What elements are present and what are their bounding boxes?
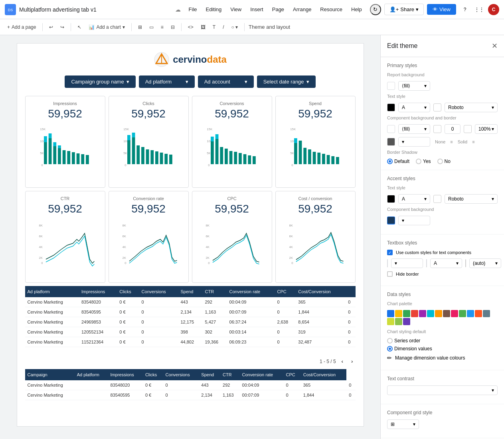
palette-color-swatch[interactable]: [411, 310, 418, 317]
grid-button[interactable]: ⊞: [136, 23, 144, 32]
accent-font-select[interactable]: Roboto▾: [445, 194, 498, 204]
palette-color-swatch[interactable]: [403, 310, 410, 317]
palette-color-swatch[interactable]: [419, 310, 426, 317]
radio-no[interactable]: No: [437, 159, 451, 164]
accent-text-bg[interactable]: [433, 195, 441, 203]
textbox-text-select[interactable]: A▾: [430, 258, 462, 268]
hide-border-checkbox[interactable]: [387, 271, 393, 277]
border-style-select[interactable]: ▾: [398, 137, 430, 147]
radio-default[interactable]: Default: [387, 159, 409, 164]
table-cell: 19,366: [203, 337, 227, 347]
line-button[interactable]: /: [220, 23, 226, 32]
palette-color-swatch[interactable]: [475, 310, 482, 317]
palette-color-swatch[interactable]: [395, 310, 402, 317]
select-tool-button[interactable]: ↖: [75, 23, 84, 32]
palette-color-swatch[interactable]: [395, 318, 402, 325]
table-cell: 24969853: [79, 317, 117, 327]
report-bg-style-select[interactable]: ⟨fill⟩▾: [398, 81, 430, 91]
filter-ad-account[interactable]: Ad account ▾: [198, 75, 254, 88]
help-button[interactable]: ?: [459, 4, 470, 15]
custom-styles-checkbox[interactable]: ✓: [387, 250, 393, 255]
textbox-text-color[interactable]: [426, 259, 427, 267]
distribute-button[interactable]: ⊟: [168, 23, 177, 32]
manage-colors-label[interactable]: Manage dimension value colours: [395, 355, 465, 361]
border-style-color[interactable]: [387, 138, 395, 146]
text-color-select[interactable]: A▾: [398, 103, 430, 112]
view-button[interactable]: 👁 View: [427, 4, 456, 15]
menu-view[interactable]: View: [229, 6, 243, 13]
palette-color-swatch[interactable]: [427, 310, 434, 317]
palette-color-swatch[interactable]: [443, 310, 450, 317]
apps-button[interactable]: ⋮⋮: [474, 4, 485, 15]
menu-page[interactable]: Page: [271, 6, 286, 13]
border-color[interactable]: [433, 125, 441, 133]
textbox-auto-select[interactable]: (auto)▾: [469, 258, 501, 268]
palette-color-swatch[interactable]: [387, 318, 394, 325]
add-page-button[interactable]: + Add a page: [5, 23, 38, 32]
filter-date-range[interactable]: Select date range ▾: [257, 75, 316, 88]
font-select[interactable]: Roboto▾: [445, 103, 498, 112]
svg-text:2K: 2K: [206, 256, 210, 260]
radio-series-order[interactable]: Series order: [387, 338, 498, 344]
accent-text-style-select[interactable]: A▾: [398, 194, 430, 204]
filter-ad-platform[interactable]: Ad platform ▾: [139, 75, 195, 88]
th2-ctr: CTR: [220, 369, 239, 380]
opacity-color[interactable]: [464, 125, 472, 133]
menu-resource[interactable]: Resource: [318, 6, 344, 13]
border-width-input[interactable]: [445, 124, 461, 134]
code-button[interactable]: <>: [186, 23, 196, 32]
undo-button[interactable]: ↩: [47, 23, 55, 32]
align-button[interactable]: ≡: [158, 23, 166, 32]
accent-bg-select[interactable]: ▾: [398, 216, 430, 225]
redo-button[interactable]: ↪: [58, 23, 67, 32]
report-header: cervinodata: [25, 52, 356, 68]
layout-button[interactable]: ▭: [147, 23, 156, 32]
menu-file[interactable]: File: [187, 6, 199, 13]
table-cell: 319: [296, 327, 346, 337]
palette-color-swatch[interactable]: [467, 310, 474, 317]
svg-rect-48: [225, 149, 228, 164]
accent-text-color[interactable]: [387, 195, 395, 203]
radio-yes[interactable]: Yes: [416, 159, 431, 164]
share-button[interactable]: 👤+ Share ▾: [384, 4, 424, 15]
menu-insert[interactable]: Insert: [249, 6, 265, 13]
palette-color-swatch[interactable]: [451, 310, 458, 317]
report-bg-color[interactable]: [387, 82, 395, 90]
palette-color-swatch[interactable]: [483, 310, 490, 317]
pagination-prev[interactable]: ‹: [339, 357, 346, 366]
filter-campaign-group[interactable]: Campaign group name ▾: [65, 75, 135, 88]
add-chart-button[interactable]: 📊 Add a chart ▾: [86, 23, 127, 32]
textbox-fill-select[interactable]: ▾: [391, 258, 423, 268]
svg-text:8K: 8K: [122, 224, 126, 227]
palette-color-swatch[interactable]: [435, 310, 442, 317]
shapes-button[interactable]: ○ ▾: [229, 23, 241, 32]
grid-style-select[interactable]: ⊞▾: [387, 419, 419, 429]
menu-arrange[interactable]: Arrange: [291, 6, 313, 13]
accent-styles-section: Accent styles Text style A▾ Roboto▾ Comp…: [381, 170, 504, 234]
image-button[interactable]: 🖼: [198, 23, 208, 32]
text-button[interactable]: T: [210, 23, 218, 32]
text-color-swatch[interactable]: [387, 103, 395, 111]
opacity-select[interactable]: 100%▾: [475, 124, 498, 134]
radio-dimension-values[interactable]: Dimension values: [387, 346, 498, 352]
pagination-next[interactable]: ›: [349, 357, 355, 366]
palette-color-swatch[interactable]: [403, 318, 410, 325]
comp-bg-fill-select[interactable]: ⟨fill⟩▾: [398, 124, 430, 134]
toolbar-divider-1: [42, 23, 43, 31]
textbox-fill-color[interactable]: [387, 259, 388, 267]
table-cell: 00:07:09: [240, 390, 284, 400]
palette-color-swatch[interactable]: [387, 310, 394, 317]
accent-bg-color[interactable]: [387, 217, 395, 224]
menu-editing[interactable]: Editing: [204, 6, 223, 13]
palette-color-swatch[interactable]: [459, 310, 466, 317]
textbox-font-bg[interactable]: [465, 259, 466, 267]
menu-help[interactable]: Help: [350, 6, 364, 13]
text-contrast-select[interactable]: ▾: [387, 385, 498, 395]
metric-card-cost-conversion: Cost / conversion 59,952 8K 6K 4K 2K 0: [275, 191, 356, 283]
close-panel-button[interactable]: ✕: [492, 42, 498, 50]
text-bg-swatch[interactable]: [433, 103, 441, 111]
comp-bg-color[interactable]: [387, 125, 395, 133]
text-contrast-title: Text contrast: [387, 376, 498, 381]
refresh-button[interactable]: ↻: [370, 4, 381, 15]
avatar[interactable]: C: [488, 4, 499, 15]
